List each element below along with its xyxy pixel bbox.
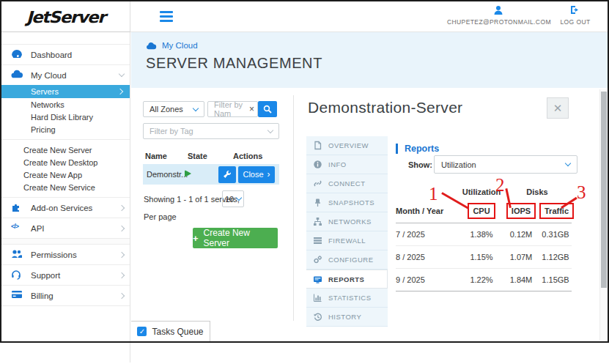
code-icon: </> [11, 223, 23, 234]
dashboard-icon [11, 49, 23, 60]
create-new-server-button[interactable]: + Create New Server [193, 228, 278, 248]
per-page-select[interactable]: 10 [222, 190, 244, 207]
sidebar-item-label: Pricing [31, 125, 56, 134]
vertical-scrollbar[interactable] [599, 89, 607, 341]
sidebar-item-permissions[interactable]: Permissions [1, 245, 130, 264]
group-disks: Disks [503, 187, 572, 196]
tasks-queue-toggle[interactable]: ✓ Tasks Queue [131, 321, 210, 341]
tab-info[interactable]: INFO [306, 155, 388, 174]
iops-value: 0.12M [503, 230, 539, 239]
wrench-icon [223, 170, 232, 179]
column-actions: Actions [233, 152, 262, 160]
tab-statistics[interactable]: STATISTICS [306, 289, 388, 308]
sidebar-item-label: Add-on Services [31, 204, 92, 212]
tab-label: SNAPSHOTS [328, 198, 374, 207]
logout-button[interactable]: LOG OUT [557, 5, 594, 26]
breadcrumb[interactable]: My Cloud [146, 41, 198, 50]
report-type-select[interactable]: Utilization [434, 155, 577, 174]
headset-icon [11, 270, 23, 281]
checkbox-icon: ✓ [137, 327, 147, 336]
pin-icon [313, 198, 322, 207]
sidebar-item-create-new-service[interactable]: Create New Service [1, 181, 130, 193]
sidebar-item-create-new-desktop[interactable]: Create New Desktop [1, 156, 130, 168]
month-value: 8 / 2025 [396, 253, 460, 261]
chevron-right-icon [117, 89, 123, 94]
cloud-icon [11, 70, 23, 81]
tab-networks[interactable]: NETWORKS [306, 212, 388, 231]
logout-icon [557, 5, 594, 17]
cpu-value: 1.15% [460, 253, 503, 261]
close-detail-button[interactable]: ✕ [547, 97, 569, 119]
user-icon [447, 5, 550, 17]
show-label: Show: [408, 160, 432, 169]
sidebar-item-label: Hard Disk Library [31, 113, 93, 122]
search-icon [263, 105, 272, 114]
sidebar-item-label: Billing [31, 291, 53, 300]
per-page-label: Per page [144, 212, 177, 221]
tab-connect[interactable]: CONNECT [306, 174, 388, 193]
server-detail-title: Demonstration-Server [308, 99, 462, 116]
cloud-icon [146, 42, 157, 50]
sidebar-item-support[interactable]: Support [1, 265, 130, 285]
chevron-right-icon [119, 204, 125, 210]
zone-filter-select[interactable]: All Zones [143, 101, 204, 117]
reports-table: Utilization Disks Month / Year CPU IOPS … [396, 185, 572, 291]
sidebar-item-pricing[interactable]: Pricing [1, 123, 130, 135]
hamburger-menu-icon[interactable] [160, 11, 173, 24]
close-icon: ✕ [553, 102, 563, 115]
page-title: SERVER MANAGEMENT [146, 55, 322, 72]
sidebar: Dashboard My Cloud Servers Networks Hard… [1, 32, 130, 363]
running-state-icon [185, 170, 191, 177]
sidebar-item-my-cloud[interactable]: My Cloud [1, 65, 130, 85]
tab-configure[interactable]: CONFIGURE [306, 250, 388, 270]
tab-label: CONFIGURE [328, 256, 374, 264]
name-filter-placeholder: Filter by Nam [214, 100, 249, 118]
sidebar-item-dashboard[interactable]: Dashboard [1, 45, 130, 64]
reports-group-header: Utilization Disks [396, 185, 572, 198]
plus-icon: + [193, 233, 199, 244]
name-filter-input[interactable]: Filter by Nam × [207, 101, 258, 117]
sidebar-item-servers[interactable]: Servers [1, 85, 130, 98]
tab-label: HISTORY [328, 313, 361, 321]
column-traffic-annotated: Traffic [539, 203, 574, 219]
sidebar-item-hard-disk-library[interactable]: Hard Disk Library [1, 111, 130, 123]
tag-filter-select[interactable]: Filter by Tag [143, 123, 279, 139]
chevron-down-icon [119, 71, 125, 77]
column-month-year: Month / Year [396, 207, 460, 215]
sidebar-item-create-new-server[interactable]: Create New Server [1, 144, 130, 156]
server-table-row[interactable]: Demonstr... Close › [143, 164, 279, 185]
sidebar-item-addon-services[interactable]: Add-on Services [1, 198, 130, 218]
logout-label: LOG OUT [560, 18, 590, 26]
logo[interactable]: JetServer [1, 1, 130, 32]
close-server-button[interactable]: Close › [238, 166, 275, 183]
cpu-value: 1.22% [460, 275, 503, 284]
tab-firewall[interactable]: FIREWALL [306, 231, 388, 250]
search-button[interactable] [258, 101, 277, 117]
tab-label: STATISTICS [328, 294, 371, 302]
tab-snapshots[interactable]: SNAPSHOTS [306, 193, 388, 212]
clear-filter-icon[interactable]: × [249, 104, 254, 114]
puzzle-icon [11, 202, 23, 213]
sidebar-item-api[interactable]: </> API [1, 218, 130, 238]
tab-label: REPORTS [328, 275, 364, 283]
sidebar-item-create-new-app[interactable]: Create New App [1, 168, 130, 181]
report-row: 7 / 2025 1.38% 0.12M 0.31GB [396, 223, 572, 246]
tab-label: INFO [328, 160, 347, 168]
tab-reports[interactable]: REPORTS [306, 270, 388, 289]
traffic-value: 0.31GB [539, 230, 572, 239]
sidebar-item-networks[interactable]: Networks [1, 98, 130, 111]
zone-filter-value: All Zones [150, 105, 183, 114]
tag-filter-placeholder: Filter by Tag [150, 127, 193, 135]
manage-server-button[interactable] [218, 166, 236, 183]
report-icon [313, 275, 322, 284]
tab-overview[interactable]: OVERVIEW [306, 136, 388, 155]
scrollbar-thumb[interactable] [601, 92, 607, 288]
tab-history[interactable]: HISTORY [306, 308, 388, 327]
user-account[interactable]: CHUPETEZ@PROTONMAIL.COM [447, 5, 550, 26]
iops-value: 1.84M [503, 275, 539, 284]
sidebar-item-billing[interactable]: Billing [1, 286, 130, 305]
traffic-value: 1.15GB [539, 275, 572, 284]
page-header-band: My Cloud SERVER MANAGEMENT [131, 32, 608, 88]
top-bar: JetServer CHUPETEZ@PROTONMAIL.COM LOG OU… [1, 1, 608, 32]
chevron-down-icon [565, 160, 571, 166]
